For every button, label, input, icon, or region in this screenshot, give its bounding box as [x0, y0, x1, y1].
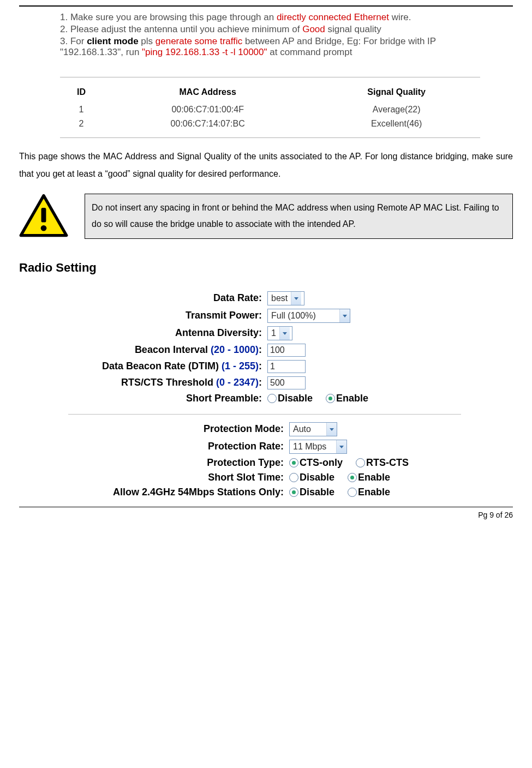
select-data-rate[interactable]: best [267, 291, 304, 305]
signal-quality-screenshot: 1. Make sure you are browsing this page … [60, 12, 480, 138]
instruction-2: 2. Please adjust the antenna until you a… [60, 24, 480, 35]
radio-allow24-enable[interactable]: Enable [348, 487, 390, 498]
col-mac: MAC Address [103, 82, 313, 103]
radio-protection-cts-only[interactable]: CTS-only [289, 457, 343, 469]
label-antenna-diversity: Antenna Diversity: [74, 327, 267, 339]
warning-text: Do not insert any spacing in front or be… [85, 194, 513, 239]
chevron-down-icon [326, 423, 337, 436]
label-protection-type: Protection Type: [74, 457, 289, 469]
radio-short-slot-disable[interactable]: Disable [289, 472, 334, 483]
signal-quality-table: ID MAC Address Signal Quality 1 00:06:C7… [60, 82, 480, 131]
input-beacon-interval[interactable]: 100 [267, 344, 306, 357]
chevron-down-icon [339, 309, 350, 322]
chevron-down-icon [279, 327, 290, 340]
radio-short-slot-enable[interactable]: Enable [348, 472, 390, 483]
label-beacon-interval: Beacon Interval (20 - 1000): [74, 344, 267, 356]
page-number: Pg 9 of 26 [19, 507, 513, 530]
col-id: ID [60, 82, 103, 103]
label-short-preamble: Short Preamble: [74, 393, 267, 404]
label-protection-mode: Protection Mode: [74, 423, 289, 435]
select-transmit-power[interactable]: Full (100%) [267, 309, 350, 323]
radio-allow24-disable[interactable]: Disable [289, 487, 334, 498]
label-short-slot: Short Slot Time: [74, 472, 289, 483]
svg-point-2 [41, 225, 47, 231]
select-antenna-diversity[interactable]: 1 [267, 326, 292, 340]
warning-icon [19, 194, 68, 238]
svg-marker-4 [343, 315, 347, 317]
svg-marker-5 [283, 332, 287, 335]
col-sq: Signal Quality [313, 82, 480, 103]
radio-short-preamble-disable[interactable]: Disable [267, 393, 313, 404]
table-row: 2 00:06:C7:14:07:BC Excellent(46) [60, 117, 480, 131]
label-allow-24ghz: Allow 2.4GHz 54Mbps Stations Only: [74, 487, 289, 498]
select-protection-rate[interactable]: 11 Mbps [289, 440, 347, 454]
label-rtscts: RTS/CTS Threshold (0 - 2347): [74, 377, 267, 388]
radio-protection-rts-cts[interactable]: RTS-CTS [356, 457, 409, 469]
label-protection-rate: Protection Rate: [74, 441, 289, 452]
section-heading-radio-setting: Radio Setting [19, 261, 513, 275]
table-row: 1 00:06:C7:01:00:4F Average(22) [60, 103, 480, 117]
body-paragraph: This page shows the MAC Address and Sign… [19, 148, 513, 183]
radio-short-preamble-enable[interactable]: Enable [326, 393, 368, 404]
chevron-down-icon [291, 292, 301, 305]
svg-marker-6 [330, 428, 334, 431]
instruction-1: 1. Make sure you are browsing this page … [60, 12, 480, 23]
svg-marker-7 [339, 446, 344, 448]
instruction-3: 3. For client mode pls generate some tra… [60, 36, 480, 58]
svg-rect-1 [41, 208, 46, 223]
input-rtscts[interactable]: 500 [267, 376, 306, 389]
chevron-down-icon [336, 440, 346, 453]
radio-settings-screenshot: Data Rate: best Transmit Power: Full (10… [74, 291, 513, 498]
svg-marker-3 [294, 297, 298, 300]
label-data-rate: Data Rate: [74, 292, 267, 304]
select-protection-mode[interactable]: Auto [289, 422, 337, 436]
input-dtim[interactable]: 1 [267, 360, 306, 373]
label-transmit-power: Transmit Power: [74, 310, 267, 321]
label-dtim: Data Beacon Rate (DTIM) (1 - 255): [74, 361, 267, 372]
